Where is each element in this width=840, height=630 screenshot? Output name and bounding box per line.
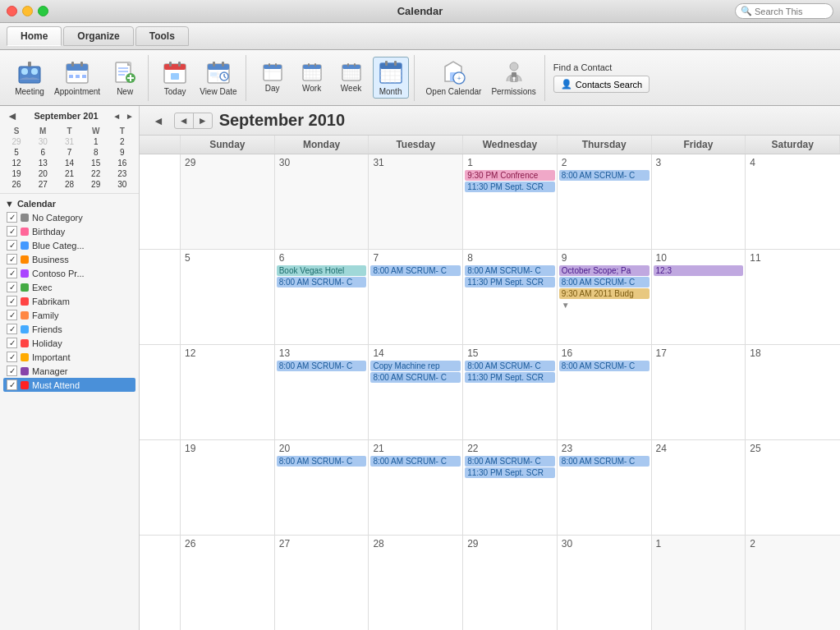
- mini-cal-day[interactable]: 6: [30, 147, 56, 158]
- calendar-event[interactable]: 11:30 PM Sept. SCR: [465, 182, 555, 192]
- cal-day-cell[interactable]: 19: [181, 440, 275, 535]
- cal-day-cell[interactable]: 28: [369, 536, 463, 630]
- mini-cal-day[interactable]: 27: [30, 179, 56, 190]
- calendar-item-fabrikam[interactable]: ✓Fabrikam: [3, 294, 135, 308]
- calendar-event[interactable]: 8:00 AM SCRUM- C: [465, 361, 555, 371]
- calendar-event[interactable]: 8:00 AM SCRUM- C: [277, 361, 367, 371]
- calendar-event[interactable]: 8:00 AM SCRUM- C: [277, 277, 367, 287]
- calendar-checkbox-family[interactable]: ✓: [7, 310, 17, 320]
- mini-cal-back[interactable]: ◄: [111, 112, 122, 121]
- calendar-checkbox-manager[interactable]: ✓: [7, 366, 17, 376]
- day-button[interactable]: Day: [255, 61, 291, 94]
- event-more[interactable]: ▼: [559, 300, 650, 310]
- mini-cal-day[interactable]: 8: [83, 147, 109, 158]
- calendar-event[interactable]: 8:00 AM SCRUM- C: [559, 361, 650, 371]
- cal-day-cell[interactable]: 30: [558, 536, 652, 630]
- mini-cal-day[interactable]: 30: [30, 136, 56, 147]
- mini-cal-day[interactable]: 1: [83, 136, 109, 147]
- cal-day-cell[interactable]: 12: [181, 345, 275, 439]
- calendar-item-contoso[interactable]: ✓Contoso Pr...: [3, 266, 135, 280]
- calendar-event[interactable]: 8:00 AM SCRUM- C: [559, 170, 650, 181]
- mini-cal-day[interactable]: 22: [83, 168, 109, 179]
- mini-cal-day[interactable]: 13: [30, 158, 56, 168]
- calendar-checkbox-contoso[interactable]: ✓: [7, 268, 17, 278]
- cal-day-cell[interactable]: 1: [652, 536, 746, 630]
- calendar-item-manager[interactable]: ✓Manager: [3, 364, 135, 378]
- cal-day-cell[interactable]: 5: [181, 250, 275, 344]
- cal-day-cell[interactable]: 28:00 AM SCRUM- C: [558, 154, 652, 249]
- cal-day-cell[interactable]: 26: [181, 536, 275, 630]
- tab-organize[interactable]: Organize: [63, 26, 133, 46]
- calendar-event[interactable]: 8:00 AM SCRUM- C: [559, 456, 650, 467]
- cal-day-cell[interactable]: 158:00 AM SCRUM- C11:30 PM Sept. SCR: [463, 345, 558, 439]
- today-button[interactable]: Today: [157, 57, 193, 98]
- calendar-event[interactable]: 8:00 AM SCRUM- C: [559, 277, 650, 287]
- cal-day-cell[interactable]: 1012:3: [652, 250, 746, 344]
- calendar-item-blue-category[interactable]: ✓Blue Categ...: [3, 238, 135, 252]
- calendar-event[interactable]: 12:3: [654, 265, 744, 276]
- cal-day-cell[interactable]: 218:00 AM SCRUM- C: [369, 440, 463, 535]
- cal-day-cell[interactable]: 18: [746, 345, 840, 439]
- calendar-event[interactable]: 8:00 AM SCRUM- C: [465, 456, 555, 467]
- cal-nav-back[interactable]: ◄: [175, 113, 194, 128]
- calendar-event[interactable]: 9:30 PM Confrence: [465, 170, 555, 181]
- calendar-checkbox-no-category[interactable]: ✓: [7, 212, 17, 223]
- cal-day-cell[interactable]: 4: [746, 154, 840, 249]
- calendar-item-must-attend[interactable]: ✓Must Attend: [3, 378, 135, 392]
- calendar-checkbox-important[interactable]: ✓: [7, 352, 17, 362]
- minimize-button[interactable]: [22, 6, 33, 16]
- calendar-event[interactable]: Copy Machine rep: [370, 361, 461, 371]
- mini-cal-day[interactable]: 23: [109, 168, 135, 179]
- mini-cal-day[interactable]: 19: [3, 168, 30, 179]
- cal-day-cell[interactable]: 78:00 AM SCRUM- C: [369, 250, 463, 344]
- cal-day-cell[interactable]: 29: [463, 536, 558, 630]
- mini-cal-day[interactable]: 31: [56, 136, 82, 147]
- cal-day-cell[interactable]: 138:00 AM SCRUM- C: [275, 345, 370, 439]
- calendar-event[interactable]: 8:00 AM SCRUM- C: [465, 265, 555, 276]
- calendar-item-no-category[interactable]: ✓No Category: [3, 210, 135, 224]
- calendar-checkbox-business[interactable]: ✓: [7, 254, 17, 264]
- calendar-event[interactable]: October Scope; Pa: [559, 265, 650, 276]
- calendar-item-friends[interactable]: ✓Friends: [3, 322, 135, 336]
- work-button[interactable]: Work: [294, 61, 330, 94]
- calendar-item-holiday[interactable]: ✓Holiday: [3, 336, 135, 350]
- cal-day-cell[interactable]: 228:00 AM SCRUM- C11:30 PM Sept. SCR: [463, 440, 558, 535]
- mini-cal-day[interactable]: 7: [56, 147, 82, 158]
- calendar-checkbox-must-attend[interactable]: ✓: [7, 379, 17, 390]
- calendar-event[interactable]: 11:30 PM Sept. SCR: [465, 372, 555, 383]
- calendar-item-important[interactable]: ✓Important: [3, 350, 135, 364]
- appointment-button[interactable]: Appointment: [51, 57, 103, 98]
- calendar-event[interactable]: 9:30 AM 2011 Budg: [559, 288, 650, 299]
- calendar-checkbox-exec[interactable]: ✓: [7, 282, 17, 292]
- calendar-checkbox-fabrikam[interactable]: ✓: [7, 296, 17, 306]
- mini-cal-day[interactable]: 29: [3, 136, 30, 147]
- cal-nav-fwd[interactable]: ►: [194, 113, 212, 128]
- mini-cal-day[interactable]: 16: [109, 158, 135, 168]
- calendar-item-birthday[interactable]: ✓Birthday: [3, 224, 135, 238]
- search-box[interactable]: 🔍: [735, 3, 833, 19]
- calendar-list-header[interactable]: ▼ Calendar: [3, 197, 135, 210]
- cal-prev-arrow[interactable]: ◄: [149, 114, 168, 127]
- cal-day-cell[interactable]: 29: [181, 154, 275, 249]
- calendar-event[interactable]: 8:00 AM SCRUM- C: [370, 372, 461, 383]
- view-date-button[interactable]: View Date: [196, 57, 240, 98]
- calendar-checkbox-blue-category[interactable]: ✓: [7, 240, 17, 251]
- cal-day-cell[interactable]: 31: [369, 154, 463, 249]
- cal-day-cell[interactable]: 14Copy Machine rep8:00 AM SCRUM- C: [369, 345, 463, 439]
- cal-day-cell[interactable]: 88:00 AM SCRUM- C11:30 PM Sept. SCR: [463, 250, 558, 344]
- mini-cal-day[interactable]: 9: [109, 147, 135, 158]
- mini-cal-day[interactable]: 2: [109, 136, 135, 147]
- mini-cal-day[interactable]: 26: [3, 179, 30, 190]
- search-input[interactable]: [755, 7, 828, 16]
- cal-day-cell[interactable]: 19:30 PM Confrence11:30 PM Sept. SCR: [463, 154, 558, 249]
- mini-cal-day[interactable]: 29: [83, 179, 109, 190]
- week-button[interactable]: Week: [333, 61, 370, 94]
- contacts-search-button[interactable]: 👤 Contacts Search: [553, 76, 650, 93]
- tab-home[interactable]: Home: [7, 26, 62, 46]
- cal-day-cell[interactable]: 168:00 AM SCRUM- C: [558, 345, 652, 439]
- mini-cal-fwd[interactable]: ►: [124, 112, 135, 121]
- calendar-event[interactable]: Book Vegas Hotel: [277, 265, 367, 276]
- mini-cal-day[interactable]: 5: [3, 147, 30, 158]
- tab-tools[interactable]: Tools: [135, 26, 189, 46]
- cal-day-cell[interactable]: 25: [746, 440, 840, 535]
